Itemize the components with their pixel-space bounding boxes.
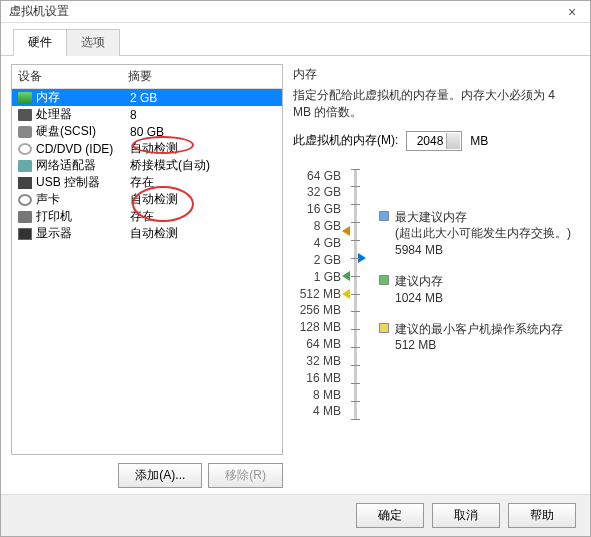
device-row[interactable]: USB 控制器 存在 — [12, 174, 282, 191]
device-summary: 自动检测 — [130, 140, 276, 157]
header-summary: 摘要 — [128, 68, 276, 85]
device-summary: 自动检测 — [130, 225, 276, 242]
rec-marker-icon — [342, 271, 350, 281]
add-button[interactable]: 添加(A)... — [118, 463, 202, 488]
device-summary: 存在 — [130, 208, 276, 225]
tick-label: 512 MB — [300, 287, 341, 301]
device-label: CD/DVD (IDE) — [36, 142, 130, 156]
device-icon — [18, 126, 32, 138]
memory-unit: MB — [470, 134, 488, 148]
device-label: 打印机 — [36, 208, 130, 225]
tick-label: 32 MB — [306, 354, 341, 368]
device-icon — [18, 211, 32, 223]
device-row[interactable]: 网络适配器 桥接模式(自动) — [12, 157, 282, 174]
device-icon — [18, 177, 32, 189]
device-icon — [18, 92, 32, 104]
device-summary: 存在 — [130, 174, 276, 191]
device-row[interactable]: 声卡 自动检测 — [12, 191, 282, 208]
tab-options[interactable]: 选项 — [66, 29, 120, 56]
cancel-button[interactable]: 取消 — [432, 503, 500, 528]
tick-label: 64 GB — [307, 169, 341, 183]
device-summary: 2 GB — [130, 91, 276, 105]
device-icon — [18, 143, 32, 155]
tab-hardware[interactable]: 硬件 — [13, 29, 67, 56]
device-row[interactable]: 内存 2 GB — [12, 89, 282, 106]
device-label: 显示器 — [36, 225, 130, 242]
device-icon — [18, 228, 32, 240]
max-marker-icon — [342, 226, 350, 236]
device-list: 设备 摘要 内存 2 GB 处理器 8 硬盘(SCSI) 80 GB CD/DV… — [11, 64, 283, 455]
close-icon[interactable]: × — [562, 4, 582, 20]
help-button[interactable]: 帮助 — [508, 503, 576, 528]
device-row[interactable]: CD/DVD (IDE) 自动检测 — [12, 140, 282, 157]
device-label: 网络适配器 — [36, 157, 130, 174]
device-summary: 自动检测 — [130, 191, 276, 208]
ok-button[interactable]: 确定 — [356, 503, 424, 528]
tick-label: 4 MB — [313, 404, 341, 418]
tick-label: 32 GB — [307, 185, 341, 199]
legend-min: 建议的最小客户机操作系统内存 512 MB — [395, 321, 563, 355]
tick-label: 1 GB — [314, 270, 341, 284]
min-marker-icon — [342, 289, 350, 299]
memory-label: 此虚拟机的内存(M): — [293, 132, 398, 149]
device-icon — [18, 194, 32, 206]
legend-square-icon — [379, 275, 389, 285]
device-label: 处理器 — [36, 106, 130, 123]
device-label: 内存 — [36, 89, 130, 106]
legend-rec: 建议内存 1024 MB — [395, 273, 443, 307]
device-row[interactable]: 硬盘(SCSI) 80 GB — [12, 123, 282, 140]
tick-label: 8 GB — [314, 219, 341, 233]
memory-slider[interactable] — [341, 169, 369, 419]
tick-label: 256 MB — [300, 303, 341, 317]
device-row[interactable]: 处理器 8 — [12, 106, 282, 123]
device-icon — [18, 160, 32, 172]
tick-label: 8 MB — [313, 388, 341, 402]
device-row[interactable]: 打印机 存在 — [12, 208, 282, 225]
memory-desc: 指定分配给此虚拟机的内存量。内存大小必须为 4 MB 的倍数。 — [293, 87, 576, 121]
tick-label: 2 GB — [314, 253, 341, 267]
legend-max: 最大建议内存 (超出此大小可能发生内存交换。) 5984 MB — [395, 209, 571, 259]
device-summary: 80 GB — [130, 125, 276, 139]
device-summary: 桥接模式(自动) — [130, 157, 276, 174]
tick-label: 4 GB — [314, 236, 341, 250]
window-title: 虚拟机设置 — [9, 3, 69, 20]
memory-title: 内存 — [293, 66, 576, 83]
header-device: 设备 — [18, 68, 128, 85]
device-summary: 8 — [130, 108, 276, 122]
remove-button: 移除(R) — [208, 463, 283, 488]
tick-label: 128 MB — [300, 320, 341, 334]
tick-label: 16 GB — [307, 202, 341, 216]
tick-label: 64 MB — [306, 337, 341, 351]
memory-input[interactable] — [406, 131, 462, 151]
legend-square-icon — [379, 211, 389, 221]
device-label: 硬盘(SCSI) — [36, 123, 130, 140]
device-label: USB 控制器 — [36, 174, 130, 191]
device-row[interactable]: 显示器 自动检测 — [12, 225, 282, 242]
device-label: 声卡 — [36, 191, 130, 208]
device-icon — [18, 109, 32, 121]
legend-square-icon — [379, 323, 389, 333]
tick-label: 16 MB — [306, 371, 341, 385]
